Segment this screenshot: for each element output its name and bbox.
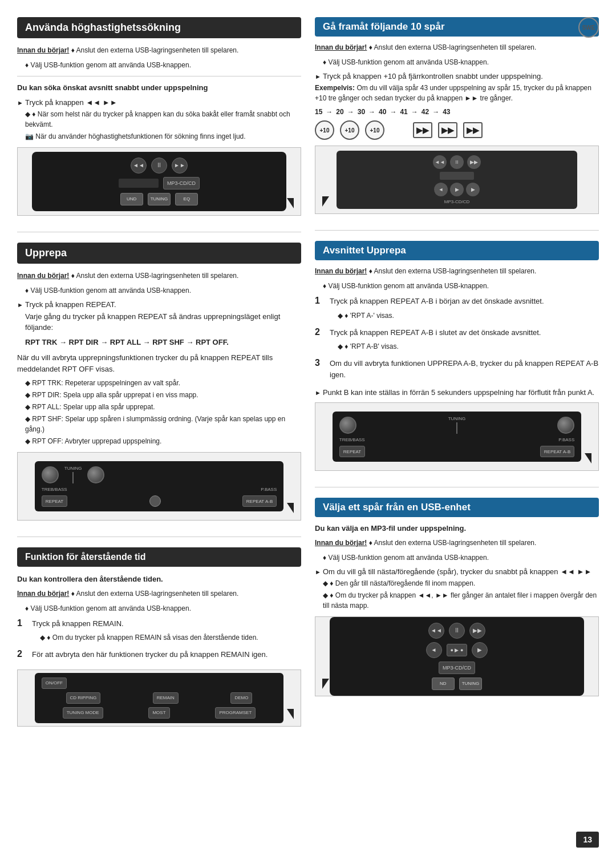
remote-play: ▶ xyxy=(450,183,464,196)
ab-step2: 2 Tryck på knappen REPEAT A-B i slutet a… xyxy=(315,327,599,354)
pbass-knob xyxy=(87,466,104,483)
tuning-mode-btn: TUNING MODE xyxy=(63,707,103,719)
section-title-remaining: Funktion för återstående tid xyxy=(17,547,301,567)
step1-arrow: Tryck på knappen ◄◄ ►► xyxy=(17,98,301,107)
ab-step2-note: ♦ 'RPT A-B' visas. xyxy=(338,341,599,352)
section-repeat: Upprepa Innan du börjar! ♦ Anslut den ex… xyxy=(17,243,301,538)
before-start-repeat: Innan du börjar! ♦ Anslut den externa US… xyxy=(17,271,301,281)
ab-step-num-3: 3 xyxy=(315,358,325,368)
note1: ♦ När som helst när du trycker på knappe… xyxy=(25,109,301,130)
repeat-ab-only-btn: REPEAT A-B xyxy=(540,446,574,457)
remote-fwd: ▶▶ xyxy=(467,155,481,169)
arrow-down-right xyxy=(287,198,294,208)
tuning-ab: TUNING xyxy=(448,416,466,421)
before-start-ab-detail: ♦ Välj USB-funktion genom att använda US… xyxy=(323,281,599,291)
before-start-ab: Innan du börjar! ♦ Anslut den externa US… xyxy=(315,266,599,276)
device-image-remain: ON/OFF CD RIPPING REMAIN DEMO TUNING MOD… xyxy=(17,670,301,727)
pbass-label: P.BASS xyxy=(261,487,277,492)
usb-btn-rew: ◄◄ xyxy=(428,623,444,639)
ab-note: Punkt B kan inte ställas in förrän 5 sek… xyxy=(315,388,599,397)
repeat-sequence: RPT TRK → RPT DIR → RPT ALL → RPT SHF → … xyxy=(25,337,301,348)
plus10-btn-2: +10 xyxy=(340,120,359,140)
ab-step1: 1 Tryck på knappen REPEAT A-B i början a… xyxy=(315,296,599,322)
mp3-cd-label: MP3-CD/CD xyxy=(163,177,200,189)
skip-btn-1: ▶▶ xyxy=(413,122,432,138)
btn-pause: II xyxy=(151,158,167,174)
rpt-trk: RPT TRK: Repeterar uppspelningen av valt… xyxy=(25,378,301,388)
rpt-off: RPT OFF: Avbryter upprepad uppspelning. xyxy=(25,436,301,446)
repeat-step1-arrow: Tryck på knappen REPEAT. xyxy=(17,300,301,309)
treb-knob-ab xyxy=(339,417,356,434)
repeat-btn: REPEAT xyxy=(42,495,67,507)
plus10-row: +10 +10 +10 ▶▶ ▶▶ ▶▶ xyxy=(315,120,599,140)
device-image-remote: ◄◄ II ▶▶ ◄ ▶ ▶ MP3-CD/CD xyxy=(315,146,599,214)
plus10-btn-3: +10 xyxy=(365,120,384,140)
remote-next: ▶ xyxy=(466,183,480,196)
ab-step3: 3 Om du vill avbryta funktionen UPPREPA … xyxy=(315,358,599,384)
ab-step-num-2: 2 xyxy=(315,327,325,337)
usb-btn-fwd: ▶▶ xyxy=(469,623,485,639)
treb-bass-knob xyxy=(42,466,59,483)
repeat-ab-btn: REPEAT A-B xyxy=(242,495,277,507)
section-goto-track: Gå framåt följande 10 spår Innan du börj… xyxy=(315,17,599,231)
skip-btn-3: ▶▶ xyxy=(463,122,483,138)
eq-label: EQ xyxy=(175,193,198,205)
demo-btn: DEMO xyxy=(230,692,252,704)
btn-rewind: ◄◄ xyxy=(131,158,147,174)
before-start-1-detail: ♦ Välj USB-funktion genom att använda US… xyxy=(25,60,301,70)
step2-text: För att avbryta den här funktionen tryck… xyxy=(32,649,301,660)
repeat-detail: Varje gång du trycker på knappen REPEAT … xyxy=(25,311,301,333)
usb-note2: ♦ Om du trycker på knappen ◄◄, ►► fler g… xyxy=(323,590,599,611)
section-title-goto: Gå framåt följande 10 spår xyxy=(315,17,599,37)
page-number: 13 xyxy=(576,832,599,848)
usb-mp3-label: MP3-CD/CD xyxy=(439,662,475,674)
remaining-step1: 1 Tryck på knappen REMAIN. ♦ Om du tryck… xyxy=(17,618,301,645)
most-btn: MOST xyxy=(148,707,169,719)
before-start-goto: Innan du börjar! ♦ Anslut den externa US… xyxy=(315,42,599,53)
right-column: SWE Gå framåt följande 10 spår Innan du … xyxy=(315,17,599,836)
onoff-btn: ON/OFF xyxy=(42,677,67,689)
und-label: UND xyxy=(120,193,143,205)
rpt-shf: RPT SHF: Spelar upp spåren i slumpmässig… xyxy=(25,414,301,434)
plus10-btn-1: +10 xyxy=(315,120,334,140)
arrow-usb xyxy=(322,679,329,689)
remain-btn: REMAIN xyxy=(153,692,179,704)
arrow-down-right-2 xyxy=(287,503,294,513)
remote-prev: ◄ xyxy=(434,183,448,196)
usb-btn-pause: II xyxy=(449,623,465,639)
before-start-remaining-detail: ♦ Välj USB-funktion genom att använda US… xyxy=(25,603,301,614)
section-high-speed-search: Använda höghastighetssökning Innan du bö… xyxy=(17,17,301,232)
subtitle-high-speed: Du kan söka önskat avsnitt snabbt under … xyxy=(17,82,301,94)
before-start-usb-detail: ♦ Välj USB-funktion genom att använda US… xyxy=(323,552,599,563)
ab-step1-note: ♦ 'RPT A-' visas. xyxy=(338,310,599,321)
repeat-off-note: När du vill avbryta upprepningsfunktione… xyxy=(17,352,301,374)
section-title-ab: Avsnittet Upprepa xyxy=(315,241,599,260)
usb-dot-row: ● ▶ ● xyxy=(447,644,468,656)
ab-step1-text: Tryck på knappen REPEAT A-B i början av … xyxy=(330,296,599,307)
ab-step3-text: Om du vill avbryta funktionen UPPREPA A-… xyxy=(330,358,599,380)
before-start-remaining: Innan du börjar! ♦ Anslut den externa US… xyxy=(17,588,301,599)
rpt-all: RPT ALL: Spelar upp alla spår upprepat. xyxy=(25,402,301,412)
remote-rew: ◄◄ xyxy=(433,155,447,169)
tuning-text-repeat: TUNING xyxy=(64,466,82,471)
ab-step2-text: Tryck på knappen REPEAT A-B i slutet av … xyxy=(330,327,599,338)
left-column: Använda höghastighetssökning Innan du bö… xyxy=(17,17,301,836)
section-title-repeat: Upprepa xyxy=(17,243,301,264)
before-start-repeat-detail: ♦ Välj USB-funktion genom att använda US… xyxy=(25,285,301,296)
arrow-left-remote xyxy=(322,196,329,207)
before-start-usb: Innan du börjar! ♦ Anslut den externa US… xyxy=(315,538,599,548)
treb-label: TREB/BASS xyxy=(42,487,67,492)
usb-instruction: Om du vill gå till nästa/föregående (spå… xyxy=(315,567,599,576)
remote-mp3-label: MP3-CD/CD xyxy=(444,199,469,204)
section-title-high-speed: Använda höghastighetssökning xyxy=(17,17,301,38)
section-usb-track: Välja ett spår från en USB-enhet Du kan … xyxy=(315,498,599,712)
usb-btn-next: ▶ xyxy=(472,642,488,658)
device-image-ab: TUNING TREB/BASS P.BASS REPEAT REPEAT A-… xyxy=(315,402,599,471)
example-label: Exempelvis: Om du vill välja spår 43 und… xyxy=(315,83,599,103)
track-sequence: 15 → 20 → 30 → 40 → 41 → 42 → 43 xyxy=(315,108,599,116)
skip-btn-2: ▶▶ xyxy=(438,122,457,138)
camera-note: När du använder höghastighetsfunktionen … xyxy=(25,131,301,142)
arrow-remain xyxy=(287,709,294,719)
device-image-repeat: TUNING TREB/BASS P.BASS REPEAT REPEAT A-… xyxy=(17,452,301,521)
swe-badge: SWE xyxy=(578,17,599,38)
